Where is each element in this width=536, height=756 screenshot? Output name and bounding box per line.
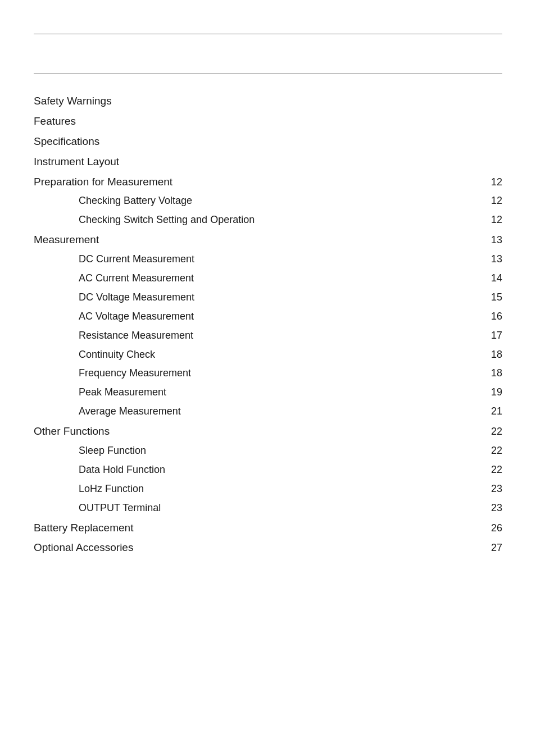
toc-item-16: Average Measurement21 bbox=[34, 402, 502, 421]
toc-label-15: Peak Measurement bbox=[79, 385, 485, 400]
toc-item-4: Preparation for Measurement12 bbox=[34, 172, 502, 192]
toc-item-17: Other Functions22 bbox=[34, 421, 502, 441]
toc-page-10: 15 bbox=[485, 290, 502, 306]
toc-item-1: Features0 bbox=[34, 111, 502, 131]
toc-item-22: Battery Replacement26 bbox=[34, 518, 502, 538]
toc-label-16: Average Measurement bbox=[79, 404, 485, 420]
toc-item-12: Resistance Measurement17 bbox=[34, 326, 502, 345]
toc-page-15: 19 bbox=[485, 385, 502, 400]
toc-label-9: AC Current Measurement bbox=[79, 271, 485, 286]
toc-page-21: 23 bbox=[485, 500, 502, 516]
toc-item-19: Data Hold Function22 bbox=[34, 461, 502, 480]
toc-label-5: Checking Battery Voltage bbox=[79, 193, 485, 209]
toc-label-7: Measurement bbox=[34, 231, 485, 248]
toc-label-14: Frequency Measurement bbox=[79, 366, 485, 381]
toc-label-0: Safety Warnings bbox=[34, 93, 485, 109]
toc-item-5: Checking Battery Voltage12 bbox=[34, 192, 502, 211]
toc-item-10: DC Voltage Measurement15 bbox=[34, 288, 502, 307]
toc-page-14: 18 bbox=[485, 366, 502, 381]
toc-label-4: Preparation for Measurement bbox=[34, 174, 485, 190]
toc-label-3: Instrument Layout bbox=[34, 153, 485, 170]
toc-label-23: Optional Accessories bbox=[34, 539, 485, 555]
toc-label-2: Specifications bbox=[34, 133, 485, 149]
toc-page-16: 21 bbox=[485, 404, 502, 420]
toc-page-8: 13 bbox=[485, 252, 502, 267]
toc-item-21: OUTPUT Terminal23 bbox=[34, 499, 502, 518]
toc-item-13: Continuity Check18 bbox=[34, 345, 502, 365]
toc-page-13: 18 bbox=[485, 347, 502, 363]
toc-label-19: Data Hold Function bbox=[79, 462, 485, 478]
toc-page-23: 27 bbox=[485, 540, 502, 556]
toc-item-11: AC Voltage Measurement16 bbox=[34, 307, 502, 326]
toc-page-7: 13 bbox=[485, 233, 502, 248]
toc-item-23: Optional Accessories27 bbox=[34, 538, 502, 558]
toc-page-22: 26 bbox=[485, 521, 502, 536]
toc-page-20: 23 bbox=[485, 481, 502, 497]
toc-label-21: OUTPUT Terminal bbox=[79, 500, 485, 516]
toc-item-3: Instrument Layout0 bbox=[34, 152, 502, 172]
toc-label-11: AC Voltage Measurement bbox=[79, 309, 485, 325]
toc-page-18: 22 bbox=[485, 443, 502, 459]
toc-page-6: 12 bbox=[485, 212, 502, 228]
page: Safety Warnings0Features0Specifications0… bbox=[0, 34, 536, 756]
toc-label-13: Continuity Check bbox=[79, 347, 485, 363]
toc-label-18: Sleep Function bbox=[79, 443, 485, 459]
toc-item-6: Checking Switch Setting and Operation12 bbox=[34, 211, 502, 230]
toc-item-9: AC Current Measurement14 bbox=[34, 269, 502, 288]
toc-label-22: Battery Replacement bbox=[34, 520, 485, 536]
toc-item-14: Frequency Measurement18 bbox=[34, 364, 502, 383]
toc-item-2: Specifications0 bbox=[34, 131, 502, 152]
toc-page-9: 14 bbox=[485, 271, 502, 286]
toc-label-20: LoHz Function bbox=[79, 481, 485, 497]
toc-item-20: LoHz Function23 bbox=[34, 480, 502, 499]
toc-label-6: Checking Switch Setting and Operation bbox=[79, 212, 485, 228]
toc-container: Safety Warnings0Features0Specifications0… bbox=[0, 91, 536, 558]
toc-label-8: DC Current Measurement bbox=[79, 252, 485, 267]
toc-page-5: 12 bbox=[485, 193, 502, 209]
toc-page-19: 22 bbox=[485, 462, 502, 478]
toc-page-17: 22 bbox=[485, 424, 502, 440]
toc-item-0: Safety Warnings0 bbox=[34, 91, 502, 111]
toc-label-17: Other Functions bbox=[34, 423, 485, 439]
top-rule bbox=[34, 34, 502, 34]
toc-item-18: Sleep Function22 bbox=[34, 441, 502, 461]
toc-label-12: Resistance Measurement bbox=[79, 328, 485, 344]
toc-page-4: 12 bbox=[485, 175, 502, 190]
toc-page-12: 17 bbox=[485, 328, 502, 344]
second-rule bbox=[34, 74, 502, 74]
toc-item-15: Peak Measurement19 bbox=[34, 383, 502, 402]
toc-page-11: 16 bbox=[485, 309, 502, 325]
toc-item-8: DC Current Measurement13 bbox=[34, 250, 502, 269]
toc-item-7: Measurement13 bbox=[34, 230, 502, 250]
toc-label-10: DC Voltage Measurement bbox=[79, 290, 485, 306]
toc-label-1: Features bbox=[34, 113, 485, 129]
